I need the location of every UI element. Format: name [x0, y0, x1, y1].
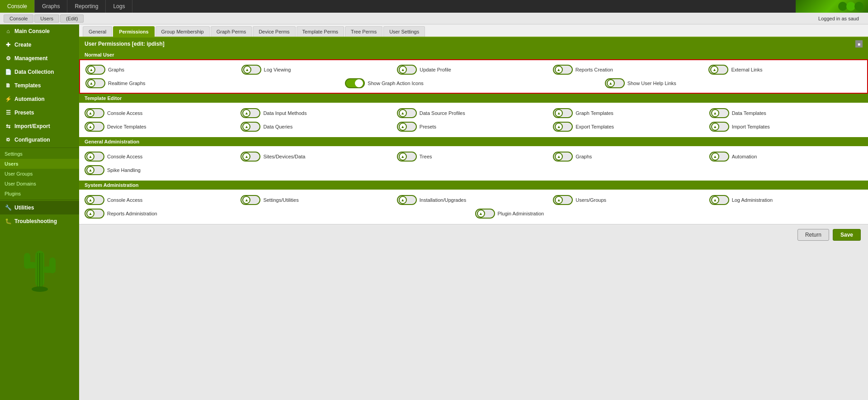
general-admin-content: ▲ Console Access ▲ Sites/Devices/Data ▲ … [79, 146, 868, 181]
label-realtime-graphs: Realtime Graphs [108, 81, 146, 86]
breadcrumb-console[interactable]: Console [4, 14, 33, 23]
tab-device-perms[interactable]: Device Perms [253, 26, 295, 37]
toggle-realtime-graphs[interactable]: ▲ [85, 78, 105, 88]
toggle-te-data-queries[interactable]: ▲ [241, 122, 260, 132]
toggle-te-graph-templates[interactable]: ▲ [553, 108, 573, 118]
toggle-te-import-templates[interactable]: ▲ [709, 122, 729, 132]
close-button[interactable]: ■ [855, 40, 863, 48]
toggle-ga-automation[interactable]: ▲ [709, 152, 729, 162]
toggle-knob-sa-reports-administration: ▲ [86, 210, 94, 218]
toggle-knob-te-data-templates: ▲ [711, 109, 719, 117]
return-button[interactable]: Return [797, 229, 829, 241]
perm-ga-console-access: ▲ Console Access [85, 152, 238, 162]
label-sa-console-access: Console Access [107, 197, 142, 203]
toggle-ga-console-access[interactable]: ▲ [85, 152, 104, 162]
sidebar-user-domains[interactable]: User Domains [0, 179, 79, 189]
label-te-presets: Presets [420, 124, 436, 129]
toggle-ga-sites-devices-data[interactable]: ▲ [241, 152, 260, 162]
toggle-knob-show-user-help-links: ▲ [607, 79, 615, 87]
sidebar-item-configuration[interactable]: ⛭ Configuration [0, 133, 79, 147]
sidebar-users[interactable]: Users [0, 159, 79, 169]
template-editor-header: Template Editor [79, 94, 868, 103]
toggle-show-graph-action-icons[interactable]: ▲ [345, 78, 365, 88]
tab-graph-perms[interactable]: Graph Perms [211, 26, 252, 37]
toggle-te-device-templates[interactable]: ▲ [85, 122, 104, 132]
sidebar-item-templates[interactable]: 🗎 Templates [0, 79, 79, 92]
toggle-sa-plugin-administration[interactable]: ▲ [475, 209, 495, 219]
breadcrumb-edit[interactable]: (Edit) [60, 14, 84, 23]
sidebar-plugins[interactable]: Plugins [0, 189, 79, 199]
tab-general[interactable]: General [83, 26, 112, 37]
tools-icon: 🔧 [5, 204, 12, 211]
toggle-ga-graphs[interactable]: ▲ [553, 152, 573, 162]
perm-graphs: ▲ Graphs [85, 65, 239, 75]
toggle-reports-creation[interactable]: ▲ [553, 65, 573, 75]
toggle-knob-te-data-source-profiles: ▲ [399, 109, 407, 117]
toggle-te-export-templates[interactable]: ▲ [553, 122, 573, 132]
perm-te-device-templates: ▲ Device Templates [85, 122, 238, 132]
toggle-sa-users-groups[interactable]: ▲ [553, 195, 573, 205]
perm-sa-installation-upgrades: ▲ Installation/Upgrades [397, 195, 550, 205]
sidebar-item-create[interactable]: ✚ Create [0, 38, 79, 52]
nav-logs[interactable]: Logs [106, 0, 132, 13]
perm-external-links: ▲ External Links [708, 65, 862, 75]
save-button[interactable]: Save [833, 229, 861, 241]
toggle-sa-console-access[interactable]: ▲ [85, 195, 104, 205]
toggle-ga-spike-handling[interactable]: ▲ [85, 165, 104, 175]
svg-point-0 [838, 2, 847, 11]
tab-template-perms[interactable]: Template Perms [297, 26, 344, 37]
cactus-image [5, 237, 75, 302]
sidebar-item-management[interactable]: ⚙ Management [0, 52, 79, 65]
tab-tree-perms[interactable]: Tree Perms [345, 26, 382, 37]
toggle-te-presets[interactable]: ▲ [397, 122, 417, 132]
nav-graphs[interactable]: Graphs [35, 0, 67, 13]
sidebar-item-presets[interactable]: ☰ Presets [0, 106, 79, 119]
sidebar-item-main-console[interactable]: ⌂ Main Console [0, 24, 79, 38]
label-sa-plugin-administration: Plugin Administration [498, 211, 544, 216]
perm-te-presets: ▲ Presets [397, 122, 550, 132]
nav-console[interactable]: Console [0, 0, 35, 13]
toggle-external-links[interactable]: ▲ [708, 65, 728, 75]
system-admin-content: ▲ Console Access ▲ Settings/Utilities ▲ … [79, 190, 868, 224]
tab-group-membership[interactable]: Group Membership [156, 26, 210, 37]
sidebar-item-troubleshooting[interactable]: 🐛 Troubleshooting [0, 214, 79, 228]
toggle-log-viewing[interactable]: ▲ [241, 65, 261, 75]
toggle-sa-installation-upgrades[interactable]: ▲ [397, 195, 417, 205]
sidebar-item-utilities[interactable]: 🔧 Utilities [0, 201, 79, 214]
tab-permissions[interactable]: Permissions [113, 26, 154, 37]
label-log-viewing: Log Viewing [264, 67, 291, 72]
label-ga-graphs: Graphs [576, 154, 592, 159]
toggle-te-console-access[interactable]: ▲ [85, 108, 104, 118]
list-icon: ☰ [5, 109, 12, 116]
sidebar-settings[interactable]: Settings [0, 149, 79, 159]
label-ga-console-access: Console Access [107, 154, 142, 159]
perm-sa-console-access: ▲ Console Access [85, 195, 238, 205]
sidebar-item-automation[interactable]: ⚡ Automation [0, 92, 79, 106]
template-editor-row-2: ▲ Device Templates ▲ Data Queries ▲ Pres… [85, 120, 863, 133]
toggle-te-data-source-profiles[interactable]: ▲ [397, 108, 417, 118]
sidebar-item-data-collection[interactable]: 📄 Data Collection [0, 65, 79, 79]
template-editor-row-1: ▲ Console Access ▲ Data Input Methods ▲ … [85, 106, 863, 120]
sidebar-user-groups[interactable]: User Groups [0, 169, 79, 179]
tab-user-settings[interactable]: User Settings [383, 26, 425, 37]
toggle-show-user-help-links[interactable]: ▲ [605, 78, 625, 88]
sidebar-item-import-export[interactable]: ⇆ Import/Export [0, 119, 79, 133]
toggle-update-profile[interactable]: ▲ [397, 65, 417, 75]
toggle-sa-log-administration[interactable]: ▲ [709, 195, 729, 205]
toggle-knob-te-import-templates: ▲ [711, 123, 719, 131]
system-admin-row-2: ▲ Reports Administration ▲ Plugin Admini… [85, 207, 863, 220]
toggle-sa-reports-administration[interactable]: ▲ [85, 209, 104, 219]
toggle-sa-settings-utilities[interactable]: ▲ [241, 195, 260, 205]
toggle-te-data-input-methods[interactable]: ▲ [241, 108, 260, 118]
breadcrumb-users[interactable]: Users [34, 14, 59, 23]
toggle-knob-ga-graphs: ▲ [555, 152, 563, 161]
toggle-graphs[interactable]: ▲ [85, 65, 105, 75]
plus-icon: ✚ [5, 41, 12, 48]
normal-user-header: Normal User [79, 50, 868, 59]
perm-te-data-input-methods: ▲ Data Input Methods [241, 108, 394, 118]
toggle-ga-trees[interactable]: ▲ [397, 152, 417, 162]
svg-point-11 [32, 286, 48, 292]
nav-reporting[interactable]: Reporting [67, 0, 106, 13]
toggle-knob-sa-log-administration: ▲ [711, 196, 719, 204]
toggle-te-data-templates[interactable]: ▲ [709, 108, 729, 118]
